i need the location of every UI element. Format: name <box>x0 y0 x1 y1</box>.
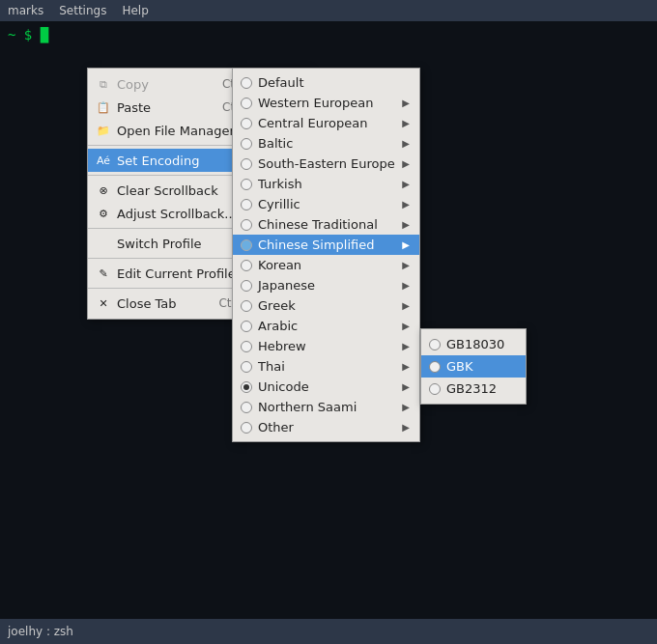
bottom-bar: joelhy : zsh <box>0 619 657 644</box>
hebrew-arrow: ▶ <box>402 341 410 351</box>
radio-chinese-simplified <box>241 239 252 251</box>
menu-settings[interactable]: Settings <box>59 4 106 17</box>
cn-label-gb2312: GB2312 <box>446 381 497 396</box>
radio-western-european <box>241 98 252 109</box>
northern-saami-arrow: ▶ <box>402 402 410 412</box>
encoding-item-hebrew[interactable]: Hebrew ▶ <box>233 336 419 356</box>
encoding-label-central-european: Central European <box>258 116 367 130</box>
encoding-item-chinese-simplified[interactable]: Chinese Simplified ▶ <box>233 235 419 255</box>
encoding-label-korean: Korean <box>258 258 301 272</box>
radio-turkish <box>241 179 252 190</box>
other-arrow: ▶ <box>402 422 410 433</box>
encoding-item-turkish[interactable]: Turkish ▶ <box>233 174 419 194</box>
menu-marks[interactable]: marks <box>8 4 43 17</box>
menu-help[interactable]: Help <box>122 4 148 17</box>
encoding-item-thai[interactable]: Thai ▶ <box>233 356 419 377</box>
tab-label: joelhy : zsh <box>8 625 73 638</box>
thai-arrow: ▶ <box>402 361 410 372</box>
cn-simplified-submenu: GB18030 GBK GB2312 <box>420 328 527 405</box>
greek-arrow: ▶ <box>402 300 410 311</box>
encoding-item-other[interactable]: Other ▶ <box>233 417 419 437</box>
radio-thai <box>241 361 252 373</box>
encoding-label-western-european: Western European <box>258 96 373 110</box>
cn-item-gb18030[interactable]: GB18030 <box>421 333 526 355</box>
japanese-arrow: ▶ <box>402 280 410 291</box>
clear-icon: ⊗ <box>96 182 111 198</box>
profile-icon <box>96 236 111 251</box>
encoding-item-unicode[interactable]: Unicode ▶ <box>233 377 419 397</box>
folder-icon: 📁 <box>96 123 111 138</box>
encoding-item-cyrillic[interactable]: Cyrillic ▶ <box>233 194 419 214</box>
close-icon: ✕ <box>96 295 111 311</box>
chinese-traditional-arrow: ▶ <box>402 219 410 230</box>
encoding-label-other: Other <box>258 420 294 434</box>
menu-item-set-encoding-label: Set Encoding <box>117 154 199 168</box>
encoding-label-chinese-traditional: Chinese Traditional <box>258 217 378 232</box>
encoding-label-arabic: Arabic <box>258 319 298 333</box>
encoding-item-japanese[interactable]: Japanese ▶ <box>233 275 419 295</box>
baltic-arrow: ▶ <box>402 138 410 149</box>
encoding-item-arabic[interactable]: Arabic ▶ <box>233 316 419 336</box>
encoding-label-thai: Thai <box>258 359 285 374</box>
radio-baltic <box>241 138 252 150</box>
radio-gb18030 <box>429 339 441 350</box>
encoding-item-central-european[interactable]: Central European ▶ <box>233 113 419 133</box>
encoding-label-japanese: Japanese <box>258 278 315 293</box>
cyrillic-arrow: ▶ <box>402 199 410 210</box>
encoding-item-korean[interactable]: Korean ▶ <box>233 255 419 275</box>
radio-hebrew <box>241 341 252 352</box>
radio-cyrillic <box>241 199 252 210</box>
encoding-label-cyrillic: Cyrillic <box>258 197 300 211</box>
radio-greek <box>241 300 252 312</box>
encoding-icon: Aé <box>96 153 111 168</box>
menu-item-edit-profile-label: Edit Current Profile... <box>117 266 247 281</box>
encoding-item-northern-saami[interactable]: Northern Saami ▶ <box>233 397 419 417</box>
encoding-submenu: Default Western European ▶ Central Europ… <box>232 68 420 442</box>
encoding-label-northern-saami: Northern Saami <box>258 400 357 414</box>
radio-chinese-traditional <box>241 219 252 231</box>
radio-korean <box>241 260 252 271</box>
unicode-arrow: ▶ <box>402 381 410 392</box>
adjust-icon: ⚙ <box>96 206 111 221</box>
encoding-item-default[interactable]: Default <box>233 72 419 93</box>
cn-item-gb2312[interactable]: GB2312 <box>421 378 526 400</box>
menu-item-open-file-manager-label: Open File Manager <box>117 124 235 138</box>
edit-icon: ✎ <box>96 266 111 281</box>
top-bar: marks Settings Help <box>0 0 657 21</box>
encoding-label-baltic: Baltic <box>258 136 293 151</box>
menu-item-close-tab-label: Close Tab <box>117 296 177 311</box>
radio-gbk <box>429 361 441 373</box>
arabic-arrow: ▶ <box>402 321 410 331</box>
encoding-item-chinese-traditional[interactable]: Chinese Traditional ▶ <box>233 214 419 235</box>
cn-label-gb18030: GB18030 <box>446 337 504 351</box>
encoding-item-greek[interactable]: Greek ▶ <box>233 295 419 316</box>
cn-item-gbk[interactable]: GBK <box>421 355 526 378</box>
encoding-item-baltic[interactable]: Baltic ▶ <box>233 133 419 154</box>
radio-central-european <box>241 118 252 129</box>
south-eastern-europe-arrow: ▶ <box>402 158 410 169</box>
menu-item-adjust-scrollback-label: Adjust Scrollback... <box>117 207 237 221</box>
turkish-arrow: ▶ <box>402 179 410 189</box>
radio-northern-saami <box>241 402 252 413</box>
radio-south-eastern-europe <box>241 158 252 170</box>
encoding-label-south-eastern-europe: South-Eastern Europe <box>258 156 395 171</box>
encoding-label-hebrew: Hebrew <box>258 339 306 353</box>
radio-default <box>241 77 252 89</box>
terminal-prompt: ~ $ █ <box>0 21 657 48</box>
encoding-item-south-eastern-europe[interactable]: South-Eastern Europe ▶ <box>233 154 419 174</box>
chinese-simplified-arrow: ▶ <box>402 239 410 250</box>
encoding-label-unicode: Unicode <box>258 379 309 394</box>
radio-unicode <box>241 381 252 393</box>
radio-other <box>241 422 252 434</box>
encoding-item-western-european[interactable]: Western European ▶ <box>233 93 419 113</box>
menu-item-switch-profile-label: Switch Profile <box>117 237 202 251</box>
encoding-label-turkish: Turkish <box>258 177 302 191</box>
central-european-arrow: ▶ <box>402 118 410 128</box>
cn-label-gbk: GBK <box>446 359 473 374</box>
radio-japanese <box>241 280 252 292</box>
copy-icon: ⧉ <box>96 76 111 92</box>
paste-icon: 📋 <box>96 99 111 115</box>
menu-item-paste-label: Paste <box>117 100 151 115</box>
radio-arabic <box>241 321 252 332</box>
menu-item-clear-scrollback-label: Clear Scrollback <box>117 183 218 198</box>
